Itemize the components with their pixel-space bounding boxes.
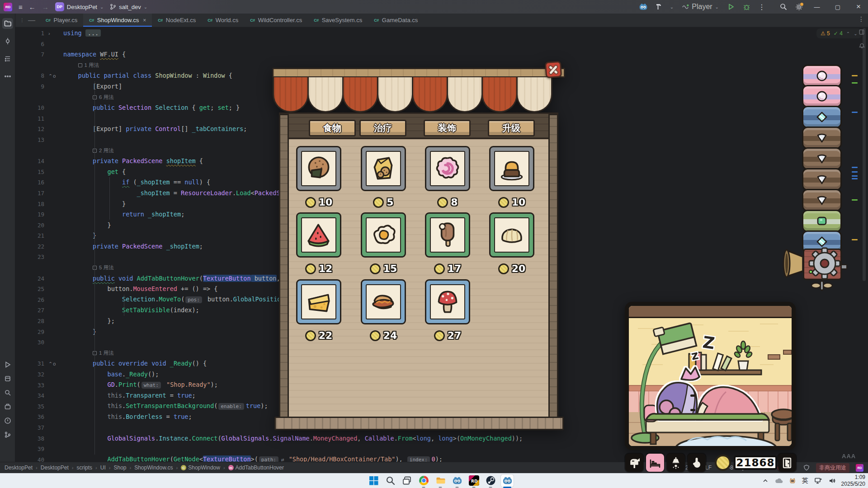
- branch-widget[interactable]: salt_dev ⌄: [110, 4, 147, 10]
- window-minimize-button[interactable]: —: [807, 0, 826, 14]
- network-icon[interactable]: [814, 477, 822, 484]
- chevron-down-icon[interactable]: ⌄: [670, 5, 674, 9]
- run-configuration[interactable]: Player ⌄: [682, 3, 719, 11]
- taskbar-search[interactable]: [384, 474, 396, 487]
- taskbar-start[interactable]: [367, 474, 380, 487]
- tool-find-icon[interactable]: [2, 387, 13, 398]
- blue-chest[interactable]: [802, 106, 842, 128]
- shop-item-cookie-bag[interactable]: [361, 146, 406, 191]
- more-actions-icon[interactable]: ⋮: [755, 0, 769, 14]
- forward-icon[interactable]: →: [42, 3, 49, 11]
- settings-gear-icon[interactable]: [792, 0, 806, 14]
- tab-bar-options[interactable]: ⋮—: [15, 14, 40, 27]
- taskbar-rider[interactable]: RD: [467, 474, 480, 487]
- shop-item-cheese[interactable]: [296, 279, 341, 324]
- window-maximize-button[interactable]: ▢: [828, 0, 847, 14]
- tool-problems-icon[interactable]: [2, 415, 13, 426]
- search-everywhere-icon[interactable]: [777, 0, 790, 14]
- shop-tab-治疗[interactable]: 治疗: [359, 120, 406, 136]
- tab-World.cs[interactable]: C#World.cs: [202, 14, 244, 27]
- ime-indicator[interactable]: 英: [802, 477, 808, 485]
- tab-NodeExt.cs[interactable]: C#NodeExt.cs: [152, 14, 202, 27]
- shop-close-button[interactable]: [545, 61, 562, 78]
- shop-item-onigiri[interactable]: [296, 146, 341, 191]
- breadcrumb-ShopWindow.cs[interactable]: ShopWindow.cs: [134, 465, 173, 471]
- breadcrumb-scripts[interactable]: scripts: [76, 465, 92, 471]
- inspection-widget[interactable]: ⚠ 5 ✓ 4 ⌃ ⌄: [816, 28, 862, 38]
- shop-item-bread-bun[interactable]: [489, 212, 534, 258]
- shop-item-hotdog[interactable]: [361, 279, 406, 324]
- tool-debug-tool-icon[interactable]: [2, 373, 13, 384]
- back-icon[interactable]: ←: [29, 3, 36, 11]
- brown-chest[interactable]: [802, 189, 842, 211]
- taskbar-godot[interactable]: [451, 474, 463, 487]
- tab-ShopWindow.cs[interactable]: C#ShopWindow.cs×: [83, 14, 152, 27]
- tool-more-icon[interactable]: [2, 71, 13, 82]
- godot-engine-icon[interactable]: [637, 0, 650, 14]
- breadcrumb-ShopWindow[interactable]: CShopWindow: [181, 465, 220, 471]
- shop-tab-食物[interactable]: 食物: [309, 120, 356, 136]
- hotbar-hand[interactable]: [688, 454, 706, 472]
- tool-commit-icon[interactable]: [2, 36, 13, 47]
- shop-item-mushroom[interactable]: [425, 279, 470, 324]
- shield-icon[interactable]: [803, 465, 810, 471]
- build-hammer-icon[interactable]: [652, 0, 665, 14]
- desktop-pet-tray-icon[interactable]: [789, 477, 796, 484]
- pink-chest[interactable]: [802, 85, 842, 108]
- taskbar-explorer[interactable]: [434, 474, 447, 487]
- shop-tab-装饰[interactable]: 装饰: [424, 120, 471, 136]
- taskbar-godot-game[interactable]: [501, 474, 514, 487]
- hotbar-exit-door[interactable]: [778, 454, 796, 472]
- taskbar-task-view[interactable]: [401, 474, 413, 487]
- notifications-bell-icon[interactable]: [859, 42, 865, 50]
- hotbar-mailbox[interactable]: [625, 454, 643, 472]
- taskbar-clock[interactable]: 1:09 2025/5/20: [841, 474, 865, 488]
- breadcrumb-Shop[interactable]: Shop: [113, 465, 126, 471]
- breadcrumb-AddTabButtonHover[interactable]: mAddTabButtonHover: [228, 465, 284, 471]
- next-problem-icon[interactable]: ⌄: [854, 31, 857, 36]
- tab-Player.cs[interactable]: C#Player.cs: [40, 14, 83, 27]
- pink-chest[interactable]: [802, 65, 842, 87]
- tab-WildController.cs[interactable]: C#WildController.cs: [244, 14, 308, 27]
- brown-chest[interactable]: [802, 168, 842, 191]
- tool-structure-icon[interactable]: [2, 53, 13, 64]
- debug-button[interactable]: [740, 0, 753, 14]
- brown-chest[interactable]: [802, 127, 842, 149]
- tab-list-menu-icon[interactable]: ⋮: [858, 15, 864, 23]
- project-widget[interactable]: DP DesktopPet ⌄: [55, 2, 104, 11]
- brown-chest[interactable]: [802, 147, 842, 170]
- hotbar-gacha-lamp[interactable]: [667, 454, 685, 472]
- run-button[interactable]: [724, 0, 738, 14]
- hide-window-icon[interactable]: [859, 29, 865, 37]
- breadcrumb-DesktopPet[interactable]: DesktopPet: [41, 465, 69, 471]
- window-close-button[interactable]: ×: [849, 0, 868, 14]
- shop-item-pink-swirl[interactable]: [425, 146, 470, 191]
- close-tab-icon[interactable]: ×: [143, 17, 146, 23]
- breadcrumb-UI[interactable]: UI: [100, 465, 106, 471]
- tool-project-icon[interactable]: [2, 18, 13, 29]
- main-menu-icon[interactable]: ≡: [19, 3, 23, 11]
- prev-problem-icon[interactable]: ⌃: [846, 31, 850, 36]
- tool-build-icon[interactable]: [2, 401, 13, 412]
- tab-SaveSystem.cs[interactable]: C#SaveSystem.cs: [308, 14, 368, 27]
- license-badge[interactable]: 非商业用途: [816, 463, 849, 473]
- shop-tab-升级[interactable]: 升级: [488, 120, 535, 136]
- shop-item-watermelon[interactable]: [296, 212, 341, 258]
- onedrive-cloud-icon[interactable]: [775, 477, 783, 484]
- tab-GameData.cs[interactable]: C#GameData.cs: [368, 14, 424, 27]
- tool-run-icon[interactable]: [2, 359, 13, 370]
- breadcrumb-DesktopPet[interactable]: DesktopPet: [5, 465, 33, 471]
- shop-item-fried-egg[interactable]: [361, 212, 406, 258]
- green-chest[interactable]: [802, 210, 842, 232]
- volume-icon[interactable]: [828, 477, 835, 484]
- pet-room-window[interactable]: z Z: [624, 301, 796, 450]
- taskbar-chrome[interactable]: [417, 474, 430, 487]
- shop-item-pudding[interactable]: [489, 146, 534, 191]
- editor-scrollbar[interactable]: [863, 28, 866, 281]
- shop-item-popsicle[interactable]: [425, 212, 470, 258]
- hotbar-bed[interactable]: [646, 454, 664, 472]
- taskbar-steam[interactable]: [484, 474, 497, 487]
- tool-git-icon[interactable]: [2, 429, 13, 440]
- line-separator[interactable]: LF: [705, 465, 712, 471]
- hidden-icons-chevron[interactable]: [762, 477, 769, 484]
